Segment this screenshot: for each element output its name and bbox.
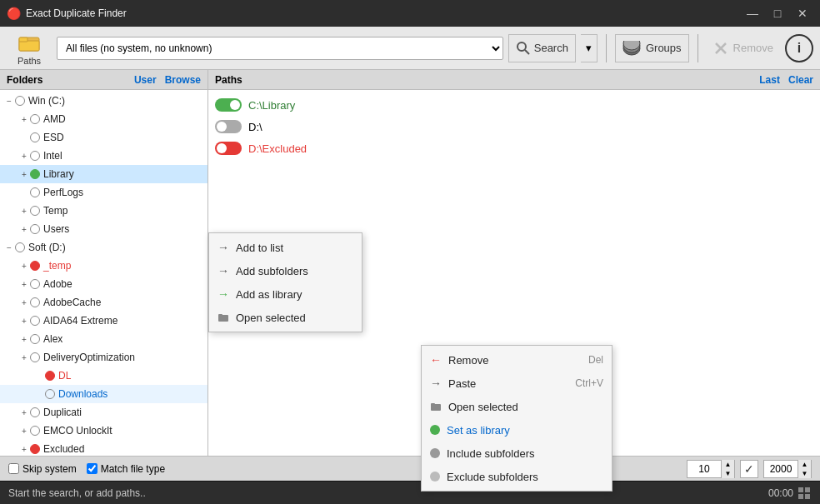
list-item[interactable]: + Alex	[0, 330, 208, 348]
remove-button[interactable]: Remove	[707, 34, 780, 62]
spin-box-1[interactable]: ▲ ▼	[687, 460, 735, 478]
context-menu-right: ← Remove Del → Paste Ctrl+V Open selecte…	[421, 345, 612, 492]
expand-button[interactable]: +	[18, 278, 30, 290]
list-item[interactable]: + DeliveryOptimization	[0, 348, 208, 367]
folder-label: AMD	[43, 113, 66, 125]
expand-button[interactable]: +	[18, 205, 30, 217]
folder-label: AIDA64 Extreme	[43, 315, 118, 327]
list-item[interactable]: − Win (C:)	[0, 92, 208, 110]
list-item[interactable]: + AMD	[0, 110, 208, 128]
spin-box-2[interactable]: ▲ ▼	[763, 460, 812, 478]
match-file-type-text: Match file type	[101, 463, 165, 475]
toggle-switch[interactable]	[215, 120, 242, 133]
paths-icon	[18, 31, 41, 54]
folder-label: Downloads	[58, 388, 108, 400]
spin-buttons-2: ▲ ▼	[798, 460, 811, 478]
match-file-type-checkbox[interactable]	[87, 463, 98, 474]
ctx-add-to-list[interactable]: → Add to list	[209, 236, 362, 259]
browse-link[interactable]: Browse	[165, 74, 201, 86]
minimize-button[interactable]: —	[742, 4, 763, 22]
expand-button[interactable]: +	[18, 113, 30, 125]
expand-button[interactable]: +	[18, 297, 30, 308]
expand-button[interactable]: +	[18, 352, 30, 363]
list-item[interactable]: + AIDA64 Extreme	[0, 312, 208, 330]
ctx-remove[interactable]: ← Remove Del	[422, 348, 612, 372]
list-item[interactable]: + Library	[0, 165, 208, 183]
checkmark-box[interactable]: ✓	[740, 460, 758, 478]
toolbar: Paths All files (no system, no unknown) …	[0, 27, 820, 70]
search-dropdown-button[interactable]: ▾	[581, 34, 598, 62]
list-item[interactable]: + EMCO UnlockIt	[0, 422, 208, 440]
path-item: D:\	[215, 117, 813, 137]
list-item[interactable]: ESD	[0, 128, 208, 147]
spin-up-1[interactable]: ▲	[721, 460, 734, 469]
ctx-set-library[interactable]: Set as library	[422, 418, 612, 442]
ctx-light-circle-icon	[430, 472, 440, 482]
paths-label: Paths	[18, 56, 41, 66]
list-item[interactable]: PerfLogs	[0, 183, 208, 202]
spin-down-2[interactable]: ▼	[798, 469, 811, 478]
user-link[interactable]: User	[134, 74, 157, 86]
list-item[interactable]: + Adobe	[0, 275, 208, 293]
paths-dropdown[interactable]: All files (no system, no unknown)	[57, 37, 503, 60]
list-item[interactable]: + Intel	[0, 147, 208, 165]
expand-button[interactable]: +	[18, 260, 30, 272]
ctx-exclude-subfolders[interactable]: Exclude subfolders	[422, 465, 612, 488]
list-item[interactable]: + _temp	[0, 257, 208, 275]
folder-icon	[218, 312, 229, 323]
list-item[interactable]: + Users	[0, 220, 208, 238]
list-item[interactable]: + Temp	[0, 202, 208, 220]
list-item[interactable]: + Duplicati	[0, 403, 208, 422]
close-button[interactable]: ✕	[792, 4, 813, 22]
expand-button[interactable]: −	[3, 242, 15, 253]
spin-input-1[interactable]	[688, 463, 721, 475]
expand-button[interactable]: +	[18, 315, 30, 327]
folder-label: Duplicati	[43, 407, 82, 418]
ctx-open-selected-left[interactable]: Open selected	[209, 306, 362, 329]
toggle-switch[interactable]	[215, 142, 242, 155]
svg-rect-17	[805, 494, 810, 499]
expand-button[interactable]: +	[18, 443, 30, 455]
expand-button[interactable]: +	[18, 425, 30, 437]
groups-icon	[622, 41, 641, 56]
folder-label: Adobe	[43, 278, 72, 290]
list-item[interactable]: Downloads	[0, 385, 208, 403]
ctx-label: Open selected	[236, 312, 306, 324]
ctx-open-selected[interactable]: Open selected	[422, 395, 612, 418]
folder-label: _temp	[43, 260, 71, 272]
ctx-add-subfolders[interactable]: → Add subfolders	[209, 259, 362, 282]
list-item[interactable]: + Excluded	[0, 440, 208, 456]
info-button[interactable]: i	[785, 34, 813, 62]
expand-button[interactable]: +	[18, 168, 30, 180]
list-item[interactable]: DL	[0, 367, 208, 385]
ctx-label: Open selected	[448, 401, 518, 413]
groups-button[interactable]: Groups	[615, 34, 689, 62]
folders-header-right: User Browse	[134, 74, 201, 86]
title-bar: 🔴 Exact Duplicate Finder — □ ✕	[0, 0, 820, 27]
expand-button[interactable]: +	[18, 407, 30, 418]
search-icon	[516, 41, 531, 56]
expand-button[interactable]: +	[18, 223, 30, 235]
ctx-include-subfolders[interactable]: Include subfolders	[422, 442, 612, 465]
paths-button[interactable]: Paths	[7, 30, 52, 67]
list-item[interactable]: + AdobeCache	[0, 293, 208, 312]
spin-up-2[interactable]: ▲	[798, 460, 811, 469]
list-item[interactable]: − Soft (D:)	[0, 238, 208, 257]
toggle-switch[interactable]	[215, 98, 242, 112]
paths-title: Paths	[215, 74, 242, 86]
spin-input-2[interactable]	[764, 463, 798, 475]
last-link[interactable]: Last	[759, 74, 780, 86]
expand-button[interactable]: +	[18, 333, 30, 345]
maximize-button[interactable]: □	[767, 4, 788, 22]
clear-link[interactable]: Clear	[788, 74, 813, 86]
spin-down-1[interactable]: ▼	[721, 469, 734, 478]
expand-button[interactable]: −	[3, 95, 15, 107]
skip-system-label[interactable]: Skip system	[8, 463, 77, 475]
skip-system-checkbox[interactable]	[8, 463, 19, 474]
match-file-type-label[interactable]: Match file type	[87, 463, 165, 475]
search-button[interactable]: Search	[508, 34, 576, 62]
expand-button[interactable]: +	[18, 150, 30, 162]
ctx-add-as-library[interactable]: → Add as library	[209, 282, 362, 306]
options-right: ▲ ▼ ✓ ▲ ▼	[687, 460, 812, 478]
ctx-paste[interactable]: → Paste Ctrl+V	[422, 372, 612, 395]
